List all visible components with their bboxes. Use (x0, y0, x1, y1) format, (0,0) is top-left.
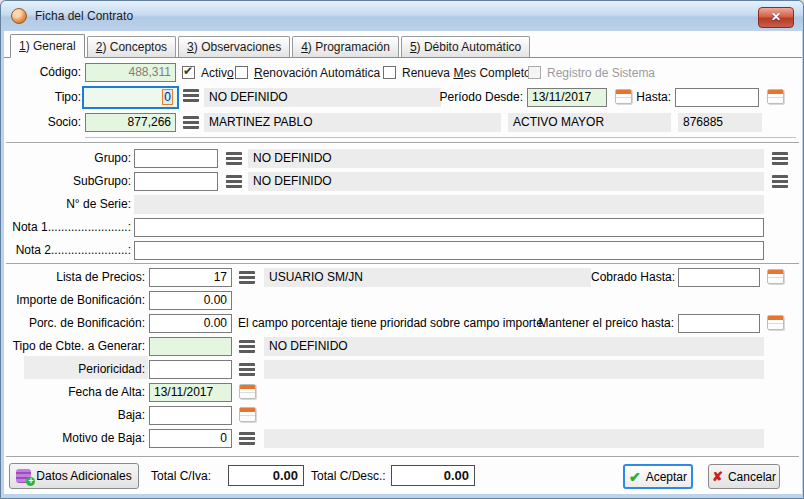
subgrupo-label: SubGrupo: (9, 172, 131, 191)
check-icon: ✔ (183, 64, 193, 78)
tab-debito-automatico[interactable]: 5) Débito Automático (401, 36, 530, 57)
tipo-cbte-display: NO DEFINIDO (264, 337, 764, 356)
renovacion-automatica-label: Renovación Automática (254, 64, 380, 82)
tab-observaciones[interactable]: 3) Observaciones (178, 36, 290, 57)
subgrupo-field[interactable] (134, 172, 218, 191)
total-desc-label: Total C/Desc.: (311, 467, 386, 486)
tipo-cbte-label: Tipo de Cbte. a Generar: (9, 337, 145, 356)
periodo-desde-calendar-icon[interactable] (615, 89, 632, 104)
activo-label: Activo (201, 64, 234, 82)
close-button[interactable]: ✕ (758, 7, 794, 28)
renueva-mes-completo-checkbox[interactable] (383, 66, 396, 79)
baja-calendar-icon[interactable] (239, 407, 256, 422)
renovacion-automatica-checkbox[interactable] (235, 66, 248, 79)
nota1-field[interactable] (134, 218, 764, 237)
tab-conceptos[interactable]: 2) Conceptos (87, 36, 176, 57)
registro-de-sistema-label: Registro de Sistema (547, 64, 655, 82)
mantener-precio-calendar-icon[interactable] (767, 315, 784, 330)
fecha-alta-calendar-icon[interactable] (239, 384, 256, 399)
cobrado-hasta-field[interactable] (678, 268, 760, 287)
window-title: Ficha del Contrato (35, 9, 133, 23)
socio-nombre-display: MARTINEZ PABLO (204, 113, 501, 132)
periodo-desde-label: Período Desde: (439, 88, 523, 107)
tab-general[interactable]: 1) General (10, 34, 85, 58)
socio-lookup-icon[interactable] (183, 116, 199, 129)
codigo-label: Código: (9, 63, 81, 82)
perioricidad-lookup-icon[interactable] (239, 363, 255, 376)
tab-bar: 1) General 2) Conceptos 3) Observaciones… (4, 34, 802, 58)
registro-de-sistema-checkbox (528, 66, 541, 79)
tipo-lookup-icon[interactable] (183, 89, 199, 102)
grupo-field[interactable] (134, 149, 218, 168)
baja-field[interactable] (149, 406, 232, 425)
titlebar[interactable]: Ficha del Contrato ✕ (1, 1, 803, 31)
tipo-label: Tipo: (9, 88, 81, 107)
tipo-cbte-lookup-icon[interactable] (239, 340, 255, 353)
hasta-calendar-icon[interactable] (767, 89, 784, 104)
hasta-field[interactable] (675, 88, 759, 107)
perioricidad-display (264, 360, 764, 379)
lista-precios-display: USUARIO SM/JN (264, 268, 591, 287)
motivo-baja-label: Motivo de Baja: (9, 429, 145, 448)
separator-groove (6, 263, 799, 265)
subgrupo-lookup-icon[interactable] (226, 175, 242, 188)
tipo-field[interactable]: 0 (82, 86, 179, 109)
socio-numero-display: 876885 (678, 113, 762, 132)
porcentaje-hint-text: El campo porcentaje tiene prioridad sobr… (238, 314, 546, 333)
subgrupo-extra-lookup-icon[interactable] (772, 175, 788, 188)
periodo-desde-field[interactable]: 13/11/2017 (527, 88, 607, 107)
fecha-alta-field[interactable]: 13/11/2017 (149, 383, 232, 402)
porc-bonificacion-label: Porc. de Bonificación: (9, 314, 145, 333)
total-iva-field[interactable]: 0.00 (228, 465, 304, 486)
app-icon (11, 8, 27, 24)
separator-groove (6, 456, 799, 458)
nota2-label: Nota 2.......................: (9, 241, 131, 260)
renueva-mes-completo-label: Renueva Mes Completo (402, 64, 531, 82)
fecha-alta-label: Fecha de Alta: (9, 383, 145, 402)
grupo-display: NO DEFINIDO (248, 149, 764, 168)
mantener-precio-label: Mantener el preico hasta: (521, 314, 674, 333)
porc-bonificacion-field[interactable]: 0.00 (149, 314, 232, 333)
codigo-field[interactable]: 488,311 (85, 63, 176, 82)
importe-bonificacion-label: Importe de Bonificación: (9, 291, 145, 310)
grupo-extra-lookup-icon[interactable] (772, 152, 788, 165)
perioricidad-field[interactable] (149, 360, 232, 379)
datos-adicionales-button[interactable]: + Datos Adicionales (9, 463, 139, 489)
baja-label: Baja: (9, 406, 145, 425)
socio-label: Socio: (9, 113, 81, 132)
ficha-del-contrato-dialog: Ficha del Contrato ✕ 1) General 2) Conce… (0, 0, 804, 499)
serie-label: N° de Serie: (9, 195, 131, 214)
aceptar-button[interactable]: ✔ Aceptar (623, 464, 693, 489)
check-icon: ✔ (629, 469, 641, 485)
separator-groove (6, 142, 799, 144)
lista-precios-field[interactable]: 17 (149, 268, 232, 287)
activo-checkbox[interactable]: ✔ (182, 66, 195, 79)
motivo-baja-lookup-icon[interactable] (239, 432, 255, 445)
database-add-icon: + (16, 469, 31, 483)
grupo-lookup-icon[interactable] (226, 152, 242, 165)
motivo-baja-display (264, 429, 764, 448)
socio-field[interactable]: 877,266 (85, 113, 176, 132)
perioricidad-label: Perioricidad: (9, 360, 145, 379)
lista-precios-lookup-icon[interactable] (239, 271, 255, 284)
x-icon: ✘ (712, 469, 723, 484)
cobrado-hasta-calendar-icon[interactable] (767, 269, 784, 284)
motivo-baja-field[interactable]: 0 (149, 429, 232, 448)
importe-bonificacion-field[interactable]: 0.00 (149, 291, 232, 310)
tab-programacion[interactable]: 4) Programación (292, 36, 399, 57)
nota1-label: Nota 1........................: (9, 218, 131, 237)
mantener-precio-field[interactable] (678, 314, 760, 333)
subgrupo-display: NO DEFINIDO (248, 172, 764, 191)
hasta-label: Hasta: (631, 88, 671, 107)
total-desc-field[interactable]: 0.00 (391, 465, 475, 486)
cobrado-hasta-label: Cobrado Hasta: (591, 268, 674, 287)
serie-field (134, 195, 764, 214)
tipo-display: NO DEFINIDO (204, 88, 441, 107)
grupo-label: Grupo: (9, 149, 131, 168)
nota2-field[interactable] (134, 241, 764, 260)
socio-estado-display: ACTIVO MAYOR (508, 113, 671, 132)
cancelar-button[interactable]: ✘ Cancelar (708, 464, 780, 489)
separator-line (85, 137, 796, 138)
total-iva-label: Total C/Iva: (151, 467, 211, 486)
tipo-cbte-field[interactable] (149, 337, 232, 356)
